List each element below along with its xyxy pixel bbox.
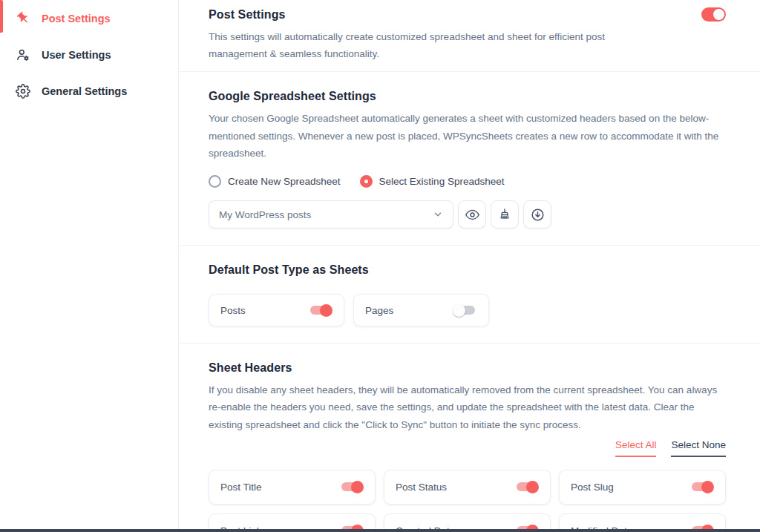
spreadsheet-mode-radios: Create New Spreadsheet Select Existing S…	[209, 175, 726, 188]
sheet-headers-section: Sheet Headers If you disable any sheet h…	[179, 344, 760, 532]
view-spreadsheet-button[interactable]	[458, 200, 486, 229]
toggle-card-label: Post Status	[396, 482, 447, 493]
post-status-toggle[interactable]	[517, 482, 537, 491]
broom-icon	[498, 208, 511, 221]
header-card-post-title: Post Title	[209, 470, 376, 505]
eye-icon	[465, 208, 479, 222]
toggle-card-label: Post Title	[220, 482, 262, 493]
spreadsheet-select-row: My WordPress posts	[209, 200, 726, 229]
radio-circle	[360, 175, 373, 188]
section-title: Default Post Type as Sheets	[209, 263, 726, 277]
pushpin-icon	[16, 11, 30, 26]
sidebar: Post Settings User Settings General Se	[0, 0, 178, 529]
download-icon	[531, 208, 545, 222]
google-spreadsheet-description: Your chosen Google Spreadsheet automatic…	[209, 110, 721, 162]
window-bottom-edge	[0, 529, 760, 532]
radio-label: Create New Spreadsheet	[228, 176, 341, 187]
post-slug-toggle[interactable]	[692, 482, 712, 491]
spreadsheet-select[interactable]: My WordPress posts	[209, 200, 453, 229]
sidebar-item-user-settings[interactable]: User Settings	[0, 36, 178, 73]
google-spreadsheet-section: Google Spreadsheet Settings Your chosen …	[179, 72, 760, 246]
radio-create-new-spreadsheet[interactable]: Create New Spreadsheet	[209, 175, 341, 188]
radio-label: Select Existing Spreadsheet	[379, 176, 505, 187]
header-card-post-status: Post Status	[384, 470, 551, 505]
sidebar-item-post-settings[interactable]: Post Settings	[0, 0, 178, 36]
section-title: Google Spreadsheet Settings	[209, 90, 726, 103]
toggle-card-label: Posts	[220, 305, 246, 316]
sidebar-item-label: General Settings	[42, 85, 127, 97]
sidebar-item-label: Post Settings	[42, 13, 111, 24]
sheet-headers-grid: Post Title Post Status Post Slug Post Li…	[209, 470, 726, 532]
download-spreadsheet-button[interactable]	[523, 200, 551, 229]
post-settings-description: This settings will automatically create …	[209, 28, 643, 62]
post-type-cards: Posts Pages	[209, 294, 726, 326]
select-all-link[interactable]: Select All	[615, 439, 657, 457]
post-title-toggle[interactable]	[341, 482, 361, 491]
post-settings-toggle[interactable]	[701, 7, 726, 22]
main-content: Post Settings This settings will automat…	[178, 0, 760, 529]
settings-page: Post Settings User Settings General Se	[0, 0, 760, 529]
radio-circle	[209, 175, 221, 188]
post-type-card-pages: Pages	[353, 294, 489, 326]
sidebar-item-general-settings[interactable]: General Settings	[0, 73, 178, 109]
gear-icon	[16, 84, 30, 99]
sheet-headers-description: If you disable any sheet headers, they w…	[209, 381, 726, 433]
section-title: Sheet Headers	[209, 361, 726, 375]
radio-select-existing-spreadsheet[interactable]: Select Existing Spreadsheet	[360, 175, 505, 188]
page-title: Post Settings	[209, 8, 286, 22]
default-post-type-section: Default Post Type as Sheets Posts Pages	[179, 246, 760, 344]
chevron-down-icon	[433, 209, 443, 220]
toggle-card-label: Pages	[365, 305, 393, 316]
sidebar-item-label: User Settings	[42, 49, 111, 61]
post-type-card-posts: Posts	[209, 294, 344, 326]
toggle-card-label: Post Slug	[571, 482, 614, 493]
user-gear-icon	[16, 47, 30, 62]
header-card-post-slug: Post Slug	[559, 470, 726, 505]
clear-spreadsheet-button[interactable]	[491, 200, 519, 229]
selection-links: Select All Select None	[209, 439, 726, 457]
posts-toggle[interactable]	[310, 306, 330, 315]
pages-toggle[interactable]	[455, 306, 475, 315]
post-settings-section: Post Settings This settings will automat…	[179, 0, 760, 72]
select-none-link[interactable]: Select None	[671, 439, 726, 457]
spreadsheet-select-value: My WordPress posts	[219, 209, 311, 220]
